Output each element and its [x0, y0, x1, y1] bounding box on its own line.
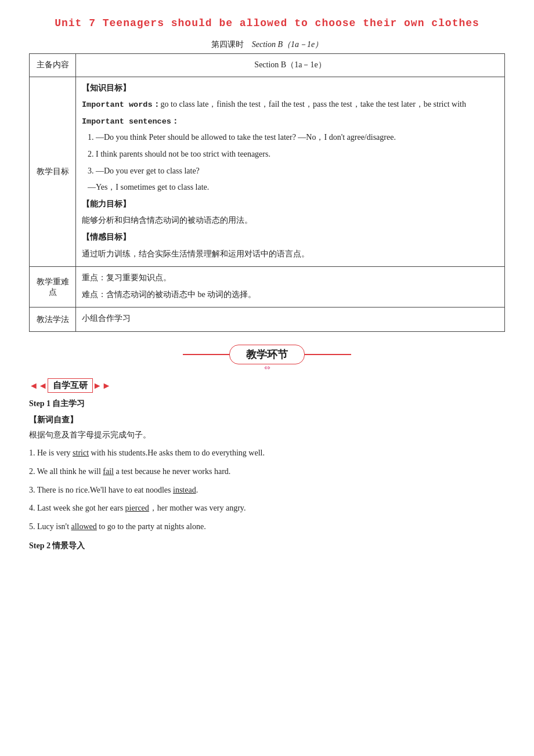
exercise-num: 5.: [29, 522, 37, 531]
list-item: 5. Lucy isn't allowed to go to the party…: [29, 520, 505, 534]
left-arrow-icon: ◄◄: [29, 381, 48, 391]
self-study-header: ◄◄ 自学互研 ►►: [29, 378, 505, 393]
exercise-text: We all think he will: [37, 467, 103, 476]
subtitle-section: Section B（1a－1e）: [252, 40, 323, 49]
exercise-list: 1. He is very strict with his students.H…: [29, 446, 505, 534]
content-block: 小组合作学习: [82, 311, 499, 327]
exercise-rest: ，her mother was very angry.: [149, 504, 246, 512]
new-word-check: 【新词自查】: [29, 415, 505, 425]
right-arrow-icon: ►►: [93, 381, 111, 391]
content-block: —Yes，I sometimes get to class late.: [88, 180, 499, 196]
content-block: 重点：复习重要知识点。: [82, 270, 499, 286]
content-block: 通过听力训练，结合实际生活情景理解和运用对话中的语言点。: [82, 247, 499, 262]
table-header-val: Section B（1a－1e）: [76, 54, 505, 77]
lesson-plan-table: 主备内容 Section B（1a－1e） 教学目标【知识目标】Importan…: [29, 53, 505, 332]
exercise-num: 3.: [29, 486, 37, 494]
content-block: 能够分析和归纳含情态动词的被动语态的用法。: [82, 213, 499, 229]
exercise-text: He is very: [37, 448, 73, 457]
content-block: 难点：含情态动词的被动语态中 be 动词的选择。: [82, 287, 499, 303]
content-block: Important words：go to class late，finish …: [82, 97, 499, 113]
self-study-title: 自学互研: [48, 378, 93, 393]
content-block: 1. —Do you think Peter should be allowed…: [88, 130, 499, 146]
table-row-content-0: 【知识目标】Important words：go to class late，f…: [76, 77, 505, 267]
exercise-rest: .: [196, 486, 199, 494]
subtitle: 第四课时 Section B（1a－1e）: [29, 39, 505, 50]
node-right-line: [305, 354, 351, 355]
content-block: Important sentences：: [82, 114, 499, 129]
table-row-col-1: 教学重难点: [30, 267, 76, 308]
exercise-num: 2.: [29, 467, 37, 476]
exercise-underline: fail: [103, 467, 114, 476]
table-header-col: 主备内容: [30, 54, 76, 77]
exercise-underline: instead: [173, 486, 196, 494]
exercise-num: 4.: [29, 504, 37, 512]
node-left-line: [183, 354, 229, 355]
content-block: 【情感目标】: [82, 230, 499, 245]
list-item: 2. We all think he will fail a test beca…: [29, 465, 505, 479]
table-row-content-1: 重点：复习重要知识点。难点：含情态动词的被动语态中 be 动词的选择。: [76, 267, 505, 308]
step1-label: Step 1 自主学习: [29, 399, 505, 409]
step2-label: Step 2 情景导入: [29, 541, 505, 551]
exercise-rest: a test because he never works hard.: [114, 467, 230, 476]
list-item: 4. Last week she got her ears pierced，he…: [29, 501, 505, 515]
table-row-content-2: 小组合作学习: [76, 308, 505, 332]
content-block: 3. —Do you ever get to class late?: [88, 164, 499, 179]
exercise-rest: with his students.He asks them to do eve…: [89, 448, 265, 457]
table-row-col-2: 教法学法: [30, 308, 76, 332]
exercise-underline: pierced: [125, 504, 149, 512]
content-block: 2. I think parents should not be too str…: [88, 147, 499, 162]
exercise-rest: to go to the party at nights alone.: [97, 522, 206, 531]
content-block: 【知识目标】: [82, 81, 499, 96]
exercise-num: 1.: [29, 448, 37, 457]
node-text: 教学环节: [229, 345, 305, 364]
teaching-node-line: 教学环节: [29, 345, 505, 364]
page-title: Unit 7 Teenagers should be allowed to ch…: [29, 17, 505, 29]
instruction: 根据句意及首字母提示完成句子。: [29, 430, 505, 440]
content-block: 【能力目标】: [82, 197, 499, 212]
exercise-text: There is no rice.We'll have to eat noodl…: [37, 486, 173, 494]
list-item: 3. There is no rice.We'll have to eat no…: [29, 483, 505, 497]
list-item: 1. He is very strict with his students.H…: [29, 446, 505, 460]
exercise-text: Lucy isn't: [37, 522, 71, 531]
subtitle-period: 第四课时: [211, 40, 244, 49]
node-arrow: ⇔: [29, 363, 505, 372]
teaching-node-section: 教学环节 ⇔: [29, 345, 505, 372]
exercise-underline: allowed: [71, 522, 97, 531]
table-row-col-0: 教学目标: [30, 77, 76, 267]
exercise-text: Last week she got her ears: [37, 504, 125, 512]
exercise-underline: strict: [73, 448, 89, 457]
